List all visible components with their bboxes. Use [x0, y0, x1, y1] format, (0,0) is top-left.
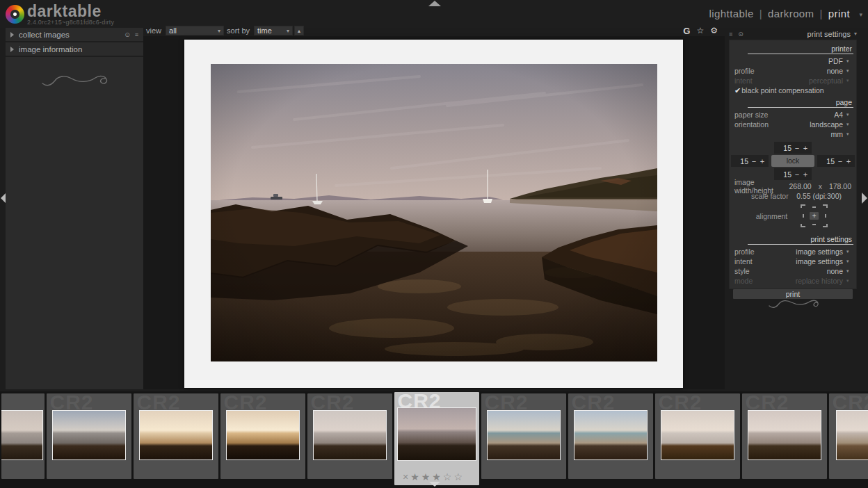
chevron-down-icon: ▾ [854, 31, 857, 37]
collapse-right-panel-arrow[interactable] [862, 193, 867, 204]
overlays-star-icon[interactable]: ☆ [696, 26, 704, 35]
filmstrip-thumb[interactable]: CR2 [307, 393, 392, 479]
star-rating[interactable]: ★★★☆☆ [410, 471, 477, 482]
collapse-top-panel-arrow[interactable] [428, 1, 441, 6]
filmstrip-thumb[interactable]: CR2 [47, 393, 131, 479]
orientation-row[interactable]: orientation landscape ▾ [730, 120, 856, 129]
sort-label: sort by [227, 26, 250, 35]
darktable-logo-icon [6, 5, 24, 24]
plus-icon[interactable]: + [801, 144, 810, 152]
alignment-button-8[interactable] [821, 222, 830, 229]
view-lighttable[interactable]: lighttable [709, 8, 754, 19]
image-width-value: 268.00 [789, 182, 812, 190]
expander-triangle-icon [10, 47, 14, 52]
minus-icon[interactable]: − [836, 157, 844, 165]
alignment-button-3[interactable] [798, 212, 807, 220]
thumbnail-photo[interactable] [574, 410, 648, 460]
intent-label: intent [734, 76, 753, 85]
filmstrip-thumb[interactable]: CR2 [134, 393, 218, 479]
margin-left-value: 15 [733, 157, 748, 165]
alignment-button-0[interactable] [798, 202, 807, 210]
left-panel: collect images ⊙ ≡ image information [6, 28, 143, 389]
alignment-button-7[interactable] [810, 222, 819, 229]
right-panel-title[interactable]: print settings [807, 30, 851, 38]
alignment-row: alignment + [730, 200, 856, 232]
export-profile-row[interactable]: profile image settings ▾ [730, 247, 856, 257]
style-label: style [734, 267, 750, 275]
filmstrip-thumb[interactable]: CR2 [829, 393, 868, 479]
plus-icon[interactable]: + [758, 157, 766, 165]
minus-icon[interactable]: − [750, 157, 758, 165]
paper-size-label: paper size [734, 111, 768, 119]
style-row[interactable]: style none ▾ [730, 266, 856, 276]
chevron-down-icon: ▾ [846, 78, 851, 83]
filmstrip-thumb[interactable]: CR2 [655, 393, 740, 479]
filmstrip-thumb[interactable]: CR2 [742, 393, 827, 479]
plus-icon[interactable]: + [844, 157, 853, 165]
intent-label: intent [734, 257, 753, 266]
bpc-label: black point compensation [741, 86, 824, 95]
filmstrip-thumb[interactable] [1, 393, 45, 479]
printer-intent-row: intent perceptual ▾ [730, 76, 856, 86]
margin-right-spinner[interactable]: 15 − + [817, 155, 855, 167]
export-intent-row[interactable]: intent image settings ▾ [730, 257, 856, 266]
thumbnail-photo[interactable] [487, 410, 561, 460]
alignment-button-2[interactable] [821, 202, 830, 210]
alignment-button-1[interactable] [810, 202, 819, 210]
plus-icon[interactable]: + [801, 170, 810, 179]
filmstrip-thumb-selected[interactable]: CR2✕★★★☆☆ [394, 392, 479, 485]
collapse-filmstrip-arrow[interactable] [429, 482, 440, 487]
filmstrip-thumb[interactable]: CR2 [481, 393, 566, 479]
view-print-active[interactable]: print [828, 8, 850, 19]
presets-menu-icon[interactable]: ≡ [729, 31, 732, 38]
thumbnail-photo[interactable] [661, 410, 734, 460]
black-point-compensation-checkbox[interactable]: ✔ black point compensation [730, 86, 856, 95]
mode-label: mode [734, 277, 753, 285]
module-image-information[interactable]: image information [6, 42, 143, 57]
thumbnail-photo[interactable] [397, 407, 476, 461]
views-menu-caret-icon[interactable]: ▾ [859, 11, 862, 18]
grouping-icon[interactable]: G [683, 26, 690, 36]
minus-icon[interactable]: − [793, 170, 801, 179]
margins-lock-button[interactable]: lock [771, 155, 814, 167]
printer-profile-row[interactable]: profile none ▾ [730, 66, 856, 76]
minus-icon[interactable]: − [793, 144, 801, 152]
preferences-gear-icon[interactable]: ⚙ [710, 26, 718, 35]
reset-icon[interactable]: ⊙ [124, 31, 130, 38]
thumbnail-photo[interactable] [748, 410, 821, 460]
margin-left-spinner[interactable]: 15 − + [731, 155, 769, 167]
chevron-down-icon: ▾ [846, 112, 851, 117]
sort-value: time [257, 26, 282, 35]
alignment-label: alignment [756, 212, 788, 220]
chevron-down-icon: ▾ [218, 28, 220, 34]
thumbnail-photo[interactable] [313, 410, 387, 460]
thumbnail-photo[interactable] [226, 410, 300, 460]
thumbnail-photo[interactable] [52, 410, 126, 460]
presets-menu-icon[interactable]: ≡ [135, 31, 138, 38]
margin-bottom-value: 15 [776, 170, 791, 179]
view-darkroom[interactable]: darkroom [768, 8, 814, 19]
alignment-button-4[interactable]: + [810, 212, 819, 220]
view-filter-dropdown[interactable]: all ▾ [166, 26, 224, 35]
view-filter-label: view [146, 26, 161, 35]
unit-row[interactable]: mm ▾ [730, 129, 856, 139]
thumbnail-photo[interactable] [139, 410, 213, 460]
image-height-value: 178.00 [829, 182, 851, 190]
thumbnail-photo[interactable] [1, 410, 43, 460]
module-collect-images[interactable]: collect images ⊙ ≡ [6, 28, 143, 42]
filmstrip-thumb[interactable]: CR2 [220, 393, 305, 479]
printer-device-row[interactable]: PDF ▾ [730, 56, 856, 66]
reject-icon[interactable]: ✕ [403, 473, 409, 482]
filmstrip-thumb[interactable]: CR2 [568, 393, 653, 479]
paper-size-row[interactable]: paper size A4 ▾ [730, 110, 856, 120]
alignment-button-5[interactable] [821, 212, 830, 220]
sort-dropdown[interactable]: time ▾ [254, 26, 293, 35]
alignment-button-6[interactable] [798, 222, 807, 229]
sort-ascending-button[interactable]: ▲ [294, 26, 304, 35]
chevron-down-icon: ▾ [846, 278, 851, 284]
thumbnail-photo[interactable] [836, 410, 868, 460]
reset-icon[interactable]: ⊙ [738, 31, 744, 38]
section-print-settings: print settings [748, 234, 853, 245]
image-dimensions-row: image width/height 268.00 x 178.00 [730, 181, 856, 191]
margin-top-spinner[interactable]: 15 − + [774, 142, 812, 154]
